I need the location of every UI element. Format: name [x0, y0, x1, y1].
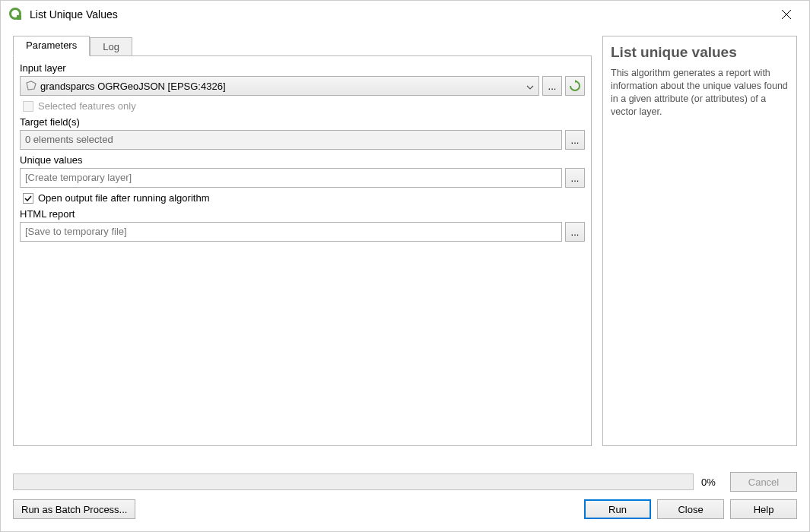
parameters-panel: Input layer grandsparcs OGRGeoJSON [EPSG…: [13, 55, 592, 446]
tab-parameters[interactable]: Parameters: [13, 36, 90, 56]
input-layer-label: Input layer: [20, 62, 585, 74]
input-layer-combo[interactable]: grandsparcs OGRGeoJSON [EPSG:4326]: [20, 76, 539, 96]
run-button[interactable]: Run: [584, 499, 651, 519]
input-layer-value: grandsparcs OGRGeoJSON [EPSG:4326]: [40, 81, 526, 92]
open-output-checkbox[interactable]: [23, 193, 33, 204]
unique-values-browse-button[interactable]: ...: [565, 168, 585, 188]
iterate-features-button[interactable]: [565, 76, 585, 96]
tab-log[interactable]: Log: [90, 37, 132, 55]
selected-only-label: Selected features only: [38, 100, 136, 112]
unique-values-output-input[interactable]: [Create temporary layer]: [20, 168, 562, 188]
help-panel: List unique values This algorithm genera…: [602, 36, 797, 446]
main-row: Parameters Log Input layer grandsparcs: [13, 36, 797, 446]
unique-values-label: Unique values: [20, 154, 585, 166]
polygon-layer-icon: [25, 80, 37, 92]
html-report-label: HTML report: [20, 208, 585, 220]
input-layer-row: grandsparcs OGRGeoJSON [EPSG:4326] ...: [20, 76, 585, 96]
target-fields-input[interactable]: 0 elements selected: [20, 130, 562, 150]
progress-row: 0% Cancel: [13, 472, 797, 492]
unique-values-row: [Create temporary layer] ...: [20, 168, 585, 188]
chevron-down-icon: [526, 81, 534, 92]
open-output-row: Open output file after running algorithm: [23, 192, 585, 204]
dialog-content: Parameters Log Input layer grandsparcs: [1, 28, 809, 531]
html-report-row: [Save to temporary file] ...: [20, 222, 585, 242]
close-dialog-button[interactable]: Close: [657, 499, 724, 519]
help-description: This algorithm generates a report with i…: [611, 67, 789, 119]
progress-bar: [13, 473, 694, 490]
progress-percent: 0%: [701, 477, 723, 488]
selected-only-row: Selected features only: [23, 100, 585, 112]
target-fields-label: Target field(s): [20, 116, 585, 128]
close-button[interactable]: [771, 3, 802, 26]
parameters-column: Parameters Log Input layer grandsparcs: [13, 36, 592, 446]
cancel-button: Cancel: [730, 472, 797, 492]
target-fields-row: 0 elements selected ...: [20, 130, 585, 150]
qgis-app-icon: [8, 7, 24, 22]
svg-rect-1: [17, 15, 21, 20]
titlebar: List Unique Values: [1, 1, 809, 28]
html-report-output-input[interactable]: [Save to temporary file]: [20, 222, 562, 242]
window-title: List Unique Values: [30, 8, 771, 21]
open-output-label: Open output file after running algorithm: [38, 192, 209, 204]
button-row: Run as Batch Process... Run Close Help: [13, 499, 797, 519]
target-fields-browse-button[interactable]: ...: [565, 130, 585, 150]
html-report-browse-button[interactable]: ...: [565, 222, 585, 242]
selected-only-checkbox: [23, 101, 33, 112]
help-title: List unique values: [611, 44, 789, 61]
run-batch-button[interactable]: Run as Batch Process...: [13, 499, 135, 519]
tab-bar: Parameters Log: [13, 36, 592, 55]
help-button[interactable]: Help: [730, 499, 797, 519]
browse-layer-button[interactable]: ...: [542, 76, 562, 96]
dialog-window: List Unique Values Parameters Log Input …: [0, 0, 810, 532]
